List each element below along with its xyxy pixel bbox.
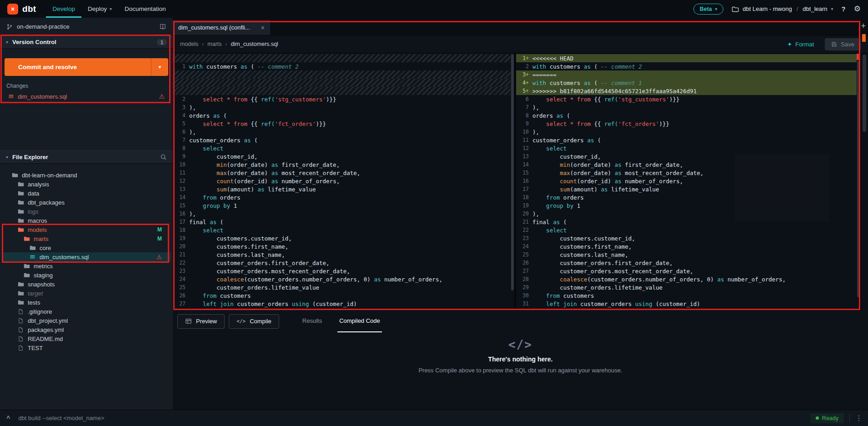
compile-button[interactable]: </> Compile <box>229 314 279 329</box>
tree-item-data[interactable]: data <box>2 189 171 198</box>
code-line-left-19[interactable]: 19 customers.customer_id, <box>173 234 511 242</box>
code-line-left-22[interactable]: 22 customer_orders.first_order_date, <box>173 259 511 267</box>
code-line-left-13[interactable]: 13 sum(amount) as lifetime_value <box>173 185 511 193</box>
code-line-left-25[interactable]: 25 customer_orders.lifetime_value <box>173 283 511 291</box>
code-line-right-1[interactable]: 1+<<<<<<< HEAD <box>516 54 857 62</box>
version-control-header[interactable]: ▾ Version Control 1 <box>0 35 173 49</box>
tree-item-macros[interactable]: macros <box>2 216 171 225</box>
right-pane-scrollbar[interactable] <box>857 53 860 310</box>
code-line-left-14[interactable]: 14 from orders <box>173 193 511 201</box>
code-line-right-6[interactable]: 6 select * from {{ ref('stg_customers')}… <box>516 95 857 103</box>
left-pane-scrollbar[interactable] <box>511 53 514 310</box>
new-tab-button[interactable]: + <box>861 22 866 30</box>
code-line-right-23[interactable]: 23 customers.customer_id, <box>516 234 857 242</box>
tree-item-.gitignore[interactable]: .gitignore <box>2 307 171 316</box>
editor-tab-dim-customers[interactable]: dim_customers.sql (confli... × <box>173 20 270 35</box>
code-line-left-4[interactable]: 4orders as ( <box>173 111 511 120</box>
code-line-right-31[interactable]: 31 left join customer_orders using (cust… <box>516 300 857 308</box>
code-hatch-row[interactable] <box>173 87 511 95</box>
code-line-right-2[interactable]: 2with customers as ( -- comment 2 <box>516 62 857 70</box>
tree-item-core[interactable]: core <box>2 243 171 252</box>
code-line-left-1[interactable]: 1with customers as ( -- comment 2 <box>173 62 511 70</box>
code-line-left-16[interactable]: 16), <box>173 210 511 218</box>
tree-item-logs[interactable]: logs <box>2 207 171 216</box>
changed-file-row[interactable]: dim_customers.sql ⚠ <box>0 90 173 102</box>
code-line-left-12[interactable]: 12 count(order_id) as number_of_orders, <box>173 177 511 185</box>
kebab-menu-icon[interactable]: ⋮ <box>855 414 863 422</box>
scrollbar-thumb[interactable] <box>857 61 860 297</box>
code-line-left-6[interactable]: 6), <box>173 128 511 136</box>
tree-item-tests[interactable]: tests <box>2 298 171 307</box>
tree-item-dbt_packages[interactable]: dbt_packages <box>2 198 171 207</box>
code-line-left-10[interactable]: 10 min(order_date) as first_order_date, <box>173 160 511 169</box>
tree-item-target[interactable]: target <box>2 289 171 298</box>
tree-item-snapshots[interactable]: snapshots <box>2 280 171 289</box>
code-line-right-30[interactable]: 30 from customers <box>516 291 857 300</box>
commit-options-dropdown[interactable]: ▾ <box>151 58 168 76</box>
tree-item-TEST[interactable]: TEST <box>2 343 171 352</box>
gear-icon[interactable]: ⚙ <box>854 4 861 14</box>
dbt-logo[interactable]: × dbt <box>7 4 36 15</box>
code-line-right-3[interactable]: 3+======= <box>516 70 857 79</box>
tab-results[interactable]: Results <box>301 310 324 332</box>
tree-item-marts[interactable]: martsM <box>2 234 171 243</box>
breadcrumb-marts[interactable]: marts <box>207 41 221 47</box>
scrollbar-thumb[interactable] <box>511 54 514 291</box>
file-explorer-header[interactable]: ▾ File Explorer <box>0 150 173 164</box>
code-line-right-8[interactable]: 8orders as ( <box>516 111 857 120</box>
tree-item-models[interactable]: modelsM <box>2 225 171 234</box>
tree-item-dbt-learn-on-demand[interactable]: dbt-learn-on-demand <box>2 170 171 180</box>
git-branch-selector[interactable]: on-demand-practice <box>0 18 173 35</box>
code-line-right-22[interactable]: 22 select <box>516 226 857 234</box>
code-line-left-21[interactable]: 21 customers.last_name, <box>173 251 511 259</box>
code-line-right-9[interactable]: 9 select * from {{ ref('fct_orders')}} <box>516 120 857 128</box>
panel-expand-chevron-icon[interactable]: ^ <box>6 415 10 422</box>
code-line-right-25[interactable]: 25 customers.last_name, <box>516 251 857 259</box>
tree-item-packages.yml[interactable]: packages.yml <box>2 325 171 334</box>
code-hatch-row[interactable] <box>173 54 511 62</box>
tree-item-dbt_project.yml[interactable]: dbt_project.yml <box>2 316 171 325</box>
code-line-right-29[interactable]: 29 customer_orders.lifetime_value <box>516 283 857 291</box>
code-line-left-9[interactable]: 9 customer_id, <box>173 152 511 160</box>
code-line-left-18[interactable]: 18 select <box>173 226 511 234</box>
editor-pane-current[interactable]: 1with customers as ( -- comment 22 selec… <box>173 53 511 310</box>
code-line-left-17[interactable]: 17final as ( <box>173 218 511 226</box>
code-hatch-row[interactable] <box>173 70 511 79</box>
tree-item-staging[interactable]: staging <box>2 271 171 280</box>
close-icon[interactable]: × <box>261 24 265 31</box>
breadcrumb-models[interactable]: models <box>180 41 198 47</box>
nav-item-documentation[interactable]: Documentation <box>118 0 172 18</box>
account-switcher[interactable]: dbt Learn - mwong / dbt_learn ▾ <box>732 5 833 13</box>
code-line-right-4[interactable]: 4+with customers as ( -- comment 1 <box>516 79 857 87</box>
code-line-left-24[interactable]: 24 coalesce(customer_orders.number_of_or… <box>173 275 511 283</box>
tab-compiled-code[interactable]: Compiled Code <box>337 310 382 332</box>
code-line-right-24[interactable]: 24 customers.first_name, <box>516 242 857 251</box>
help-icon[interactable]: ? <box>842 5 846 13</box>
code-line-right-26[interactable]: 26 customer_orders.first_order_date, <box>516 259 857 267</box>
scrollbar-thumb[interactable] <box>863 55 866 132</box>
code-line-left-23[interactable]: 23 customer_orders.most_recent_order_dat… <box>173 267 511 275</box>
code-line-right-5[interactable]: 5+>>>>>>> b81f802a66fd544504c65721e3ffaa… <box>516 87 857 95</box>
code-line-left-11[interactable]: 11 max(order_date) as most_recent_order_… <box>173 169 511 177</box>
preview-button[interactable]: Preview <box>177 314 225 329</box>
code-line-right-28[interactable]: 28 coalesce(customer_orders.number_of_or… <box>516 275 857 283</box>
command-input[interactable] <box>18 415 810 421</box>
code-line-left-27[interactable]: 27 left join customer_orders using (cust… <box>173 300 511 308</box>
tree-item-analysis[interactable]: analysis <box>2 180 171 189</box>
tree-item-metrics[interactable]: metrics <box>2 261 171 271</box>
code-line-right-10[interactable]: 10), <box>516 128 857 136</box>
code-hatch-row[interactable] <box>173 79 511 87</box>
code-line-left-3[interactable]: 3), <box>173 103 511 111</box>
code-line-left-5[interactable]: 5 select * from {{ ref('fct_orders')}} <box>173 120 511 128</box>
save-button[interactable]: Save <box>825 38 861 50</box>
code-line-left-8[interactable]: 8 select <box>173 144 511 152</box>
beta-toggle[interactable]: Beta ▾ <box>693 4 724 15</box>
nav-item-deploy[interactable]: Deploy ▾ <box>81 0 118 18</box>
tree-item-dim_customers.sql[interactable]: dim_customers.sql⚠ <box>2 252 171 261</box>
code-line-left-7[interactable]: 7customer_orders as ( <box>173 136 511 144</box>
code-line-right-11[interactable]: 11customer_orders as ( <box>516 136 857 144</box>
code-line-right-12[interactable]: 12 select <box>516 144 857 152</box>
search-icon[interactable] <box>160 154 167 160</box>
code-line-left-2[interactable]: 2 select * from {{ ref('stg_customers')}… <box>173 95 511 103</box>
code-line-right-27[interactable]: 27 customer_orders.most_recent_order_dat… <box>516 267 857 275</box>
